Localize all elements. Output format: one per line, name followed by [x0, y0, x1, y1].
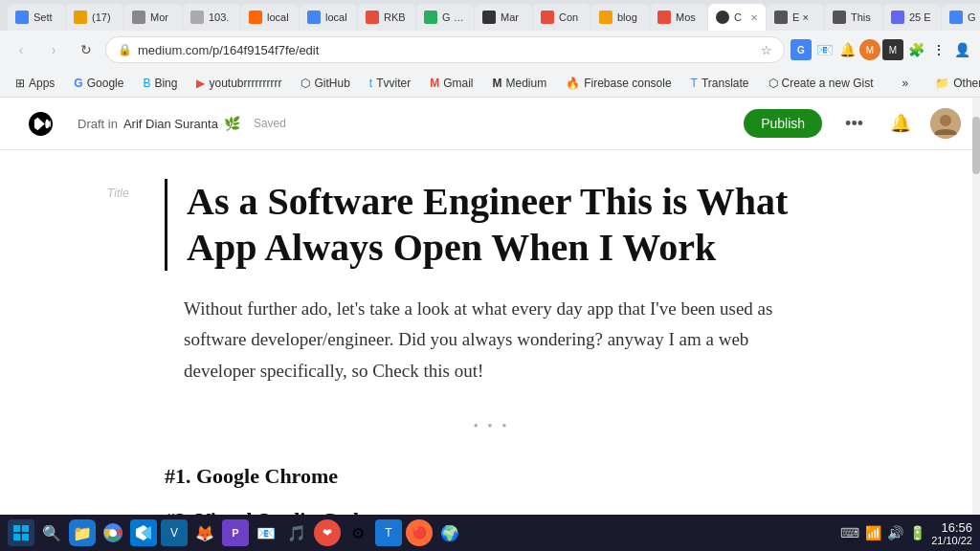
ext-icon-1[interactable]: G — [791, 39, 812, 60]
tab-14[interactable]: E × — [767, 4, 824, 31]
bookmark-youtube[interactable]: ▶ youtubrrrrrrrrrr — [189, 74, 289, 93]
tab-title: Mos — [676, 11, 700, 23]
tab-9[interactable]: Mar — [475, 4, 532, 31]
ext-icon-8[interactable]: 👤 — [951, 39, 972, 60]
url-text: medium.com/p/164f9154f7fe/edit — [138, 43, 755, 57]
tab-11[interactable]: blog — [591, 4, 649, 31]
tab-6[interactable]: local — [300, 4, 357, 31]
bookmark-medium[interactable]: M Medium — [485, 74, 555, 93]
taskbar-icon-10[interactable]: 🎵 — [283, 519, 310, 546]
reload-button[interactable]: ↻ — [73, 36, 100, 63]
taskbar-icon-15[interactable]: 🌍 — [436, 519, 463, 546]
bookmark-gmail[interactable]: M Gmail — [422, 74, 480, 93]
back-button[interactable]: ‹ — [8, 36, 34, 63]
youtube-icon: ▶ — [196, 77, 205, 90]
ext-icon-2[interactable]: 📧 — [813, 39, 835, 60]
clock-time: 16:56 — [931, 520, 972, 535]
tab-1[interactable]: Sett — [8, 4, 65, 31]
tab-favicon — [774, 11, 788, 24]
bookmark-gist[interactable]: ⬡ Create a new Gist — [761, 74, 881, 93]
tab-7[interactable]: RKB — [358, 4, 415, 31]
taskbar-icon-9[interactable]: 📧 — [253, 519, 279, 546]
svg-rect-8 — [22, 534, 29, 540]
tab-3[interactable]: Mor — [124, 4, 182, 31]
tab-favicon — [833, 11, 846, 24]
bookmark-translate[interactable]: T Translate — [683, 74, 757, 93]
taskbar-search-icon[interactable]: 🔍 — [38, 519, 65, 546]
tab-title: local — [267, 11, 291, 23]
extension-icons: G 📧 🔔 M M 🧩 ⋮ 👤 — [791, 39, 972, 60]
system-tray-icons: ⌨ 📶 🔊 🔋 — [840, 525, 925, 540]
bookmark-label: Gmail — [443, 77, 473, 90]
tab-active[interactable]: C ✕ — [708, 4, 766, 31]
svg-point-4 — [940, 115, 951, 126]
scrollbar-thumb[interactable] — [972, 117, 980, 174]
more-options-button[interactable]: ••• — [837, 110, 871, 138]
tab-title: This — [851, 11, 875, 23]
taskbar-icon-12[interactable]: ⚙ — [345, 519, 371, 546]
tab-5[interactable]: local — [241, 4, 299, 31]
tab-10[interactable]: Con — [533, 4, 590, 31]
article-subtitle[interactable]: Without further ado, let's take a look a… — [165, 294, 815, 386]
tab-favicon — [541, 11, 554, 24]
avatar[interactable] — [930, 108, 961, 139]
tab-2[interactable]: (17) — [66, 4, 123, 31]
bookmark-bing[interactable]: B Bing — [135, 74, 185, 93]
tab-title: Con — [559, 11, 583, 23]
editor-area[interactable]: Title As a Software Engineer This is Wha… — [0, 150, 980, 515]
bookmarks-bar: ⊞ Apps G Google B Bing ▶ youtubrrrrrrrrr… — [0, 69, 980, 98]
tab-favicon — [716, 11, 729, 24]
taskbar-right: ⌨ 📶 🔊 🔋 16:56 21/10/22 — [840, 520, 972, 546]
section-title-1[interactable]: #1. Google Chrome — [165, 464, 815, 489]
taskbar-file-icon[interactable]: 📁 — [69, 519, 96, 546]
tab-title: E × — [792, 11, 816, 23]
bookmark-apps[interactable]: ⊞ Apps — [8, 74, 62, 93]
bookmark-label: Create a new Gist — [782, 77, 874, 90]
taskbar-icon-6[interactable]: V — [161, 519, 188, 546]
tab-15[interactable]: This — [825, 4, 882, 31]
firebase-icon: 🔥 — [566, 77, 580, 90]
tab-12[interactable]: Mos — [650, 4, 707, 31]
article-title[interactable]: As a Software Engineer This is What App … — [165, 179, 815, 271]
bookmark-github[interactable]: ⬡ GitHub — [293, 74, 357, 93]
scrollbar[interactable] — [972, 98, 980, 515]
tab-favicon — [599, 11, 612, 24]
ext-icon-3[interactable]: 🔔 — [836, 39, 858, 60]
taskbar-icon-7[interactable]: 🦊 — [191, 519, 218, 546]
medium-logo[interactable] — [19, 112, 62, 136]
bookmark-twitter[interactable]: t Tvviter — [362, 74, 418, 93]
address-right-icons: ☆ — [761, 43, 772, 57]
bookmark-other[interactable]: 📁 Other bookmarks — [927, 74, 980, 93]
taskbar-icon-11[interactable]: ❤ — [314, 519, 341, 546]
taskbar-start-icon[interactable] — [8, 519, 34, 546]
tab-16[interactable]: 25 E — [883, 4, 941, 31]
taskbar-chrome-icon[interactable] — [100, 519, 126, 546]
bookmark-firebase[interactable]: 🔥 Firebase console — [558, 74, 679, 93]
wifi-icon: 📶 — [865, 525, 881, 540]
svg-point-2 — [49, 120, 51, 126]
taskbar-icon-14[interactable]: 🔴 — [406, 519, 433, 546]
tab-close-icon[interactable]: ✕ — [750, 12, 758, 23]
tab-favicon — [132, 11, 145, 24]
tab-8[interactable]: G tran — [416, 4, 474, 31]
apps-icon: ⊞ — [15, 77, 25, 90]
ext-icon-7[interactable]: ⋮ — [928, 39, 949, 60]
taskbar-icon-8[interactable]: P — [222, 519, 249, 546]
address-bar[interactable]: 🔒 medium.com/p/164f9154f7fe/edit ☆ — [105, 36, 785, 63]
taskbar-icon-13[interactable]: T — [375, 519, 402, 546]
ext-icon-5[interactable]: M — [882, 39, 903, 60]
notification-button[interactable]: 🔔 — [886, 109, 915, 138]
bookmark-google[interactable]: G Google — [66, 74, 131, 93]
bookmark-star-icon[interactable]: ☆ — [761, 43, 772, 57]
taskbar-vscode-icon[interactable] — [130, 519, 157, 546]
svg-rect-6 — [22, 525, 29, 532]
tab-4[interactable]: 103. — [183, 4, 240, 31]
bookmark-more-button[interactable]: » — [895, 74, 917, 93]
taskbar-clock[interactable]: 16:56 21/10/22 — [931, 520, 972, 546]
ext-icon-6[interactable]: 🧩 — [905, 39, 926, 60]
forward-button[interactable]: › — [40, 36, 67, 63]
tab-17[interactable]: G spe — [942, 4, 980, 31]
ext-icon-4[interactable]: M — [859, 39, 880, 60]
publish-button[interactable]: Publish — [744, 109, 822, 138]
section-title-2[interactable]: #2. Visual Studio Code — [165, 508, 815, 515]
